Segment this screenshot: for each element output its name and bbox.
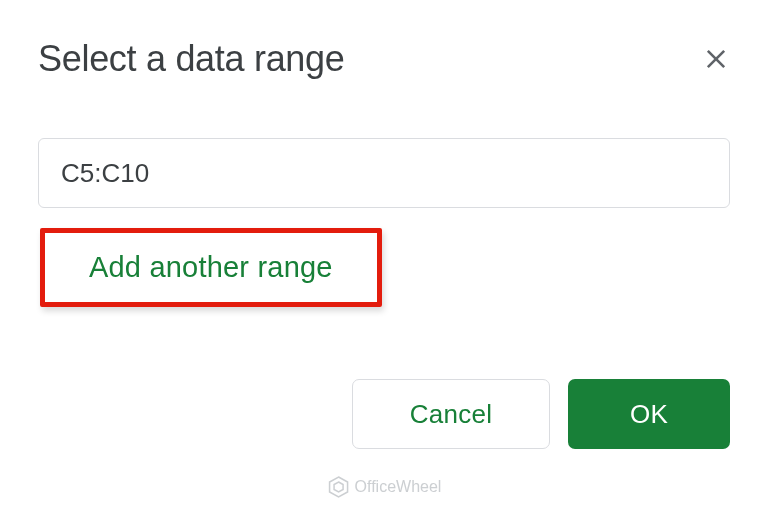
add-range-highlight: Add another range <box>40 228 382 307</box>
dialog-header: Select a data range <box>38 38 730 80</box>
data-range-input[interactable] <box>38 138 730 208</box>
add-another-range-button[interactable]: Add another range <box>89 251 333 284</box>
select-data-range-dialog: Select a data range Add another range Ca… <box>0 0 768 487</box>
dialog-title: Select a data range <box>38 38 345 80</box>
cancel-button[interactable]: Cancel <box>352 379 550 449</box>
dialog-button-row: Cancel OK <box>38 379 730 449</box>
ok-button[interactable]: OK <box>568 379 730 449</box>
close-icon[interactable] <box>702 45 730 73</box>
